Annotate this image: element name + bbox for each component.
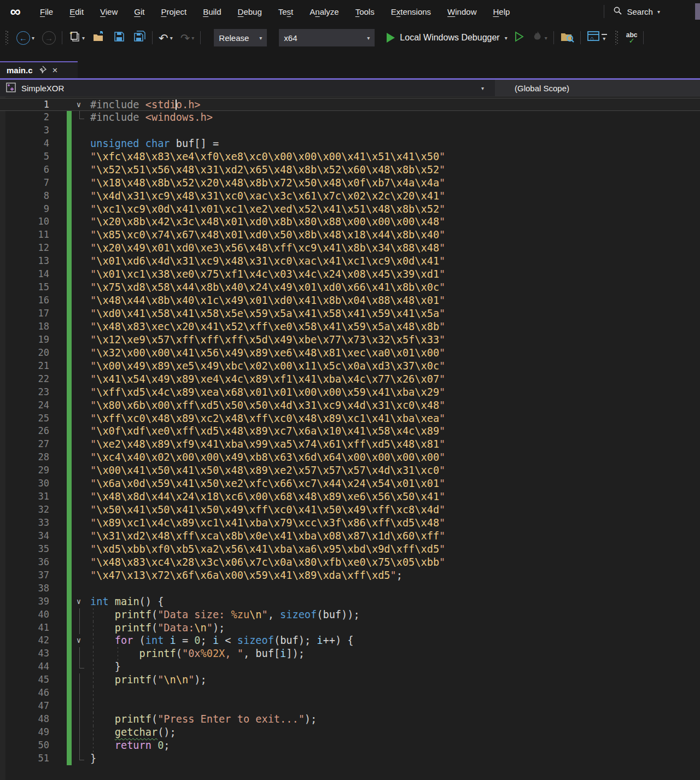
menu-item-tools[interactable]: Tools <box>347 4 383 20</box>
profiler-button[interactable]: ▾ <box>530 29 549 46</box>
code-line[interactable]: 2#include <windows.h> <box>0 111 700 124</box>
line-number: 40 <box>0 608 49 621</box>
menu-item-project[interactable]: Project <box>153 4 195 20</box>
code-line[interactable]: 12"\x20\x49\x01\xd0\xe3\x56\x48\xff\xc9\… <box>0 242 700 255</box>
code-line[interactable]: 15"\x75\xd8\x58\x44\x8b\x40\x24\x49\x01\… <box>0 281 700 294</box>
fold-chevron-icon[interactable]: ∨ <box>73 634 85 647</box>
menu-item-analyze[interactable]: Analyze <box>301 4 347 20</box>
start-without-debugging-button[interactable] <box>512 30 526 46</box>
close-icon[interactable]: × <box>52 66 58 75</box>
code-line[interactable]: 14"\x01\xc1\x38\xe0\x75\xf1\x4c\x03\x4c\… <box>0 268 700 281</box>
code-line[interactable]: 7"\x18\x48\x8b\x52\x20\x48\x8b\x72\x50\x… <box>0 177 700 190</box>
menu-item-file[interactable]: File <box>32 4 61 20</box>
code-line[interactable]: 41 printf("Data:\n"); <box>0 621 700 635</box>
code-line[interactable]: 38 <box>0 582 700 595</box>
line-number: 47 <box>0 700 49 713</box>
undo-button[interactable]: ↶ ▾ <box>157 31 174 45</box>
code-line[interactable]: 42∨ for (int i = 0; i < sizeof(buf); i++… <box>0 634 700 647</box>
code-line[interactable]: 13"\x01\xd6\x4d\x31\xc9\x48\x31\xc0\xac\… <box>0 255 700 268</box>
code-line[interactable]: 1∨#include <stdio.h> <box>0 98 700 111</box>
browser-preview-button[interactable]: ⌂ ▾ <box>585 29 609 46</box>
code-text: "\x41\x54\x49\x89\xe4\x4c\x89\xf1\x41\xb… <box>90 373 445 386</box>
code-line[interactable]: 21"\x00\x49\x89\xe5\x49\xbc\x02\x00\x11\… <box>0 360 700 373</box>
platform-dropdown[interactable]: x64 ▾ <box>279 29 375 46</box>
code-line[interactable]: 33"\x89\xc1\x4c\x89\xc1\x41\xba\x79\xcc\… <box>0 517 700 530</box>
pin-icon[interactable] <box>39 66 46 75</box>
code-line[interactable]: 49 getchar(); <box>0 726 700 739</box>
new-file-button[interactable]: ✦ ▾ <box>67 30 86 46</box>
grip-handle[interactable] <box>5 31 8 45</box>
code-line[interactable]: 20"\x32\x00\x00\x41\x56\x49\x89\xe6\x48\… <box>0 347 700 360</box>
code-line[interactable]: 31"\x48\x8d\x44\x24\x18\xc6\x00\x68\x48\… <box>0 490 700 503</box>
code-line[interactable]: 17"\xd0\x41\x58\x41\x58\x5e\x59\x5a\x41\… <box>0 307 700 320</box>
chevron-down-icon: ▾ <box>545 35 547 41</box>
search-control[interactable]: Search ▾ <box>610 6 663 17</box>
code-line[interactable]: 32"\x50\x41\x50\x41\x50\x49\xff\xc0\x41\… <box>0 503 700 517</box>
fold-chevron-icon[interactable]: ∨ <box>73 98 85 112</box>
menu-item-window[interactable]: Window <box>439 4 485 20</box>
save-all-button[interactable] <box>131 30 148 46</box>
menu-item-view[interactable]: View <box>92 4 126 20</box>
code-line[interactable]: 25"\xff\xc0\x48\x89\xc2\x48\xff\xc0\x48\… <box>0 412 700 425</box>
code-line[interactable]: 46 <box>0 687 700 700</box>
spell-check-button[interactable]: abc ✓ <box>625 31 639 45</box>
grip-handle[interactable] <box>615 31 618 45</box>
code-line[interactable]: 9"\xc1\xc9\x0d\x41\x01\xc1\xe2\xed\x52\x… <box>0 203 700 216</box>
code-line[interactable]: 44 } <box>0 660 700 673</box>
code-line[interactable]: 24"\x80\x6b\x00\xff\xd5\x50\x50\x4d\x31\… <box>0 399 700 412</box>
code-line[interactable]: 39∨int main() { <box>0 595 700 608</box>
code-line[interactable]: 6"\x52\x51\x56\x48\x31\xd2\x65\x48\x8b\x… <box>0 163 700 177</box>
redo-button[interactable]: ↷ ▾ <box>179 31 196 45</box>
code-line[interactable]: 10"\x20\x8b\x42\x3c\x48\x01\xd0\x8b\x80\… <box>0 215 700 228</box>
code-line[interactable]: 8"\x4d\x31\xc9\x48\x31\xc0\xac\x3c\x61\x… <box>0 190 700 203</box>
code-line[interactable]: 28"\xc4\x40\x02\x00\x00\x49\xb8\x63\x6d\… <box>0 451 700 464</box>
run-debugger-button[interactable]: Local Windows Debugger ▾ <box>387 33 507 43</box>
menu-item-edit[interactable]: Edit <box>61 4 92 20</box>
scope-dropdown[interactable]: (Global Scope) <box>495 80 700 96</box>
code-line[interactable]: 30"\x6a\x0d\x59\x41\x50\xe2\xfc\x66\xc7\… <box>0 477 700 490</box>
code-line[interactable]: 26"\x0f\xdf\xe0\xff\xd5\x48\x89\xc7\x6a\… <box>0 425 700 438</box>
code-line[interactable]: 51} <box>0 752 700 765</box>
configuration-dropdown[interactable]: Release ▾ <box>214 29 267 46</box>
code-line[interactable]: 11"\x85\xc0\x74\x67\x48\x01\xd0\x50\x8b\… <box>0 228 700 242</box>
code-line[interactable]: 35"\xd5\xbb\xf0\xb5\xa2\x56\x41\xba\xa6\… <box>0 543 700 556</box>
menu-item-help[interactable]: Help <box>485 4 518 20</box>
navigate-back-button[interactable]: ← ▾ <box>15 30 36 46</box>
code-line[interactable]: 19"\x12\xe9\x57\xff\xff\xff\x5d\x49\xbe\… <box>0 333 700 347</box>
save-button[interactable] <box>112 30 127 46</box>
code-line[interactable]: 50 return 0; <box>0 739 700 752</box>
code-line[interactable]: 5"\xfc\x48\x83\xe4\xf0\xe8\xc0\x00\x00\x… <box>0 150 700 163</box>
toolbar-separator <box>553 31 554 44</box>
navigate-forward-button[interactable]: → <box>40 30 57 46</box>
code-line[interactable]: 16"\x48\x44\x8b\x40\x1c\x49\x01\xd0\x41\… <box>0 294 700 307</box>
account-avatar[interactable] <box>695 3 700 20</box>
tab-main-c[interactable]: main.c × <box>0 61 78 78</box>
code-line[interactable]: 23"\xff\xd5\x4c\x89\xea\x68\x01\x01\x00\… <box>0 386 700 399</box>
code-editor[interactable]: 1∨#include <stdio.h>2#include <windows.h… <box>0 97 700 780</box>
code-line[interactable]: 37"\x47\x13\x72\x6f\x6a\x00\x59\x41\x89\… <box>0 569 700 582</box>
code-line[interactable]: 36"\x48\x83\xc4\x28\x3c\x06\x7c\x0a\x80\… <box>0 556 700 569</box>
code-line[interactable]: 18"\x48\x83\xec\x20\x41\x52\xff\xe0\x58\… <box>0 320 700 333</box>
menu-item-test[interactable]: Test <box>270 4 302 20</box>
menu-item-build[interactable]: Build <box>195 4 229 20</box>
fold-chevron-icon[interactable]: ∨ <box>73 595 85 608</box>
code-line[interactable]: 29"\x00\x41\x50\x41\x50\x48\x89\xe2\x57\… <box>0 464 700 477</box>
code-line[interactable]: 45 printf("\n\n"); <box>0 673 700 687</box>
open-folder-button[interactable] <box>91 30 107 46</box>
code-line[interactable]: 40 printf("Data size: %zu\n", sizeof(buf… <box>0 608 700 621</box>
code-line[interactable]: 48 printf("Press Enter to exit..."); <box>0 713 700 726</box>
toolbar-separator <box>62 31 62 44</box>
code-line[interactable]: 27"\xe2\x48\x89\xf9\x41\xba\x99\xa5\x74\… <box>0 438 700 451</box>
find-in-files-button[interactable] <box>558 29 576 46</box>
code-line[interactable]: 3 <box>0 124 700 137</box>
menu-item-git[interactable]: Git <box>126 4 153 20</box>
code-line[interactable]: 4unsigned char buf[] = <box>0 137 700 150</box>
code-line[interactable]: 22"\x41\x54\x49\x89\xe4\x4c\x89\xf1\x41\… <box>0 373 700 386</box>
menu-item-extensions[interactable]: Extensions <box>383 4 439 20</box>
code-line[interactable]: 34"\x31\xd2\x48\xff\xca\x8b\x0e\x41\xba\… <box>0 530 700 543</box>
project-dropdown[interactable]: SimpleXOR ▾ <box>0 80 495 96</box>
fold-extent-line <box>79 687 80 700</box>
menu-item-debug[interactable]: Debug <box>230 4 270 20</box>
code-line[interactable]: 47 <box>0 700 700 713</box>
code-line[interactable]: 43 printf("0x%02X, ", buf[i]); <box>0 647 700 660</box>
